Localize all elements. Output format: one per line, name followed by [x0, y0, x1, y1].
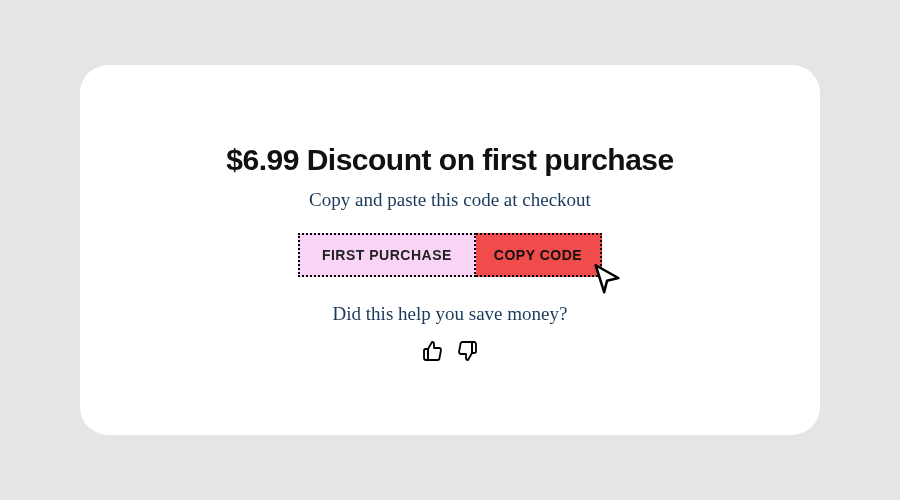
- code-row: FIRST PURCHASE COPY CODE: [298, 233, 602, 277]
- promo-title: $6.99 Discount on first purchase: [226, 143, 673, 177]
- promo-card: $6.99 Discount on first purchase Copy an…: [80, 65, 820, 435]
- thumbs-down-icon[interactable]: [455, 339, 479, 363]
- copy-code-button[interactable]: COPY CODE: [476, 233, 602, 277]
- promo-subtitle: Copy and paste this code at checkout: [309, 189, 591, 211]
- thumbs-up-icon[interactable]: [421, 339, 445, 363]
- feedback-question: Did this help you save money?: [333, 303, 568, 325]
- cursor-icon: [590, 261, 624, 295]
- feedback-thumbs: [421, 339, 479, 363]
- promo-code: FIRST PURCHASE: [298, 233, 476, 277]
